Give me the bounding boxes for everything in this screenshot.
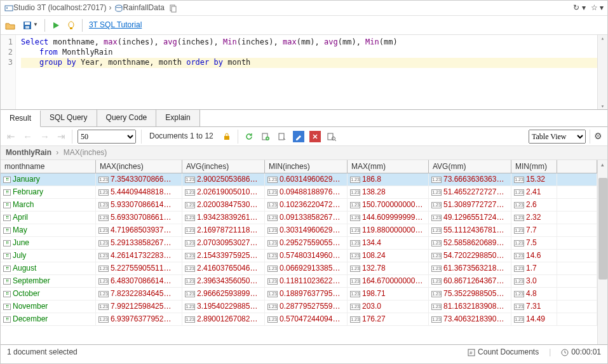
update-document-icon[interactable] (293, 131, 304, 142)
breadcrumb: Studio 3T (localhost:27017) › RainfallDa… (1, 1, 607, 16)
table-row[interactable]: ⠿September 1.236.48307086614… 1.232.3963… (1, 275, 597, 288)
table-row[interactable]: ⠿December 1.236.93976377952… 1.232.89001… (1, 313, 597, 326)
table-row[interactable]: ⠿October 1.237.82322834645… 1.232.966625… (1, 288, 597, 300)
sql-tutorial-link[interactable]: 3T SQL Tutorial (89, 20, 142, 30)
table-row[interactable]: ⠿July 1.234.26141732283… 1.232.154339759… (1, 250, 597, 262)
database-icon (114, 4, 123, 13)
table-row[interactable]: ⠿March 1.235.93307086614… 1.232.02003847… (1, 199, 597, 212)
svg-point-9 (69, 22, 74, 28)
table-row[interactable]: ⠿April 1.235.69330708661… 1.231.93423839… (1, 212, 597, 224)
col-MAX(mm)[interactable]: MAX(mm) (348, 160, 429, 173)
tab-explain[interactable]: Explain (156, 110, 199, 126)
server-icon (4, 4, 13, 13)
result-collection[interactable]: MonthlyRain (6, 148, 51, 158)
refresh-icon[interactable] (243, 131, 255, 142)
svg-rect-10 (70, 27, 72, 29)
svg-rect-5 (172, 6, 176, 12)
prev-page-icon[interactable]: ← (22, 130, 34, 143)
tab-result[interactable]: Result (1, 111, 41, 127)
count-documents-button[interactable]: # Count Documents (468, 347, 539, 358)
next-page-icon[interactable]: → (39, 130, 51, 143)
editor-scrollbar[interactable]: ▴▾ (597, 35, 607, 109)
svg-point-16 (332, 137, 335, 140)
selection-status: 1 document selected (7, 347, 78, 358)
table-row[interactable]: ⠿November 1.237.99212598425… 1.233.19540… (1, 300, 597, 313)
tab-query-code[interactable]: Query Code (97, 110, 157, 126)
history-dropdown-icon[interactable]: ↻ ▾ (573, 3, 585, 13)
grid-body: ⠿January 1.237.35433070866… 1.232.900250… (1, 173, 597, 326)
view-document-icon[interactable] (276, 131, 288, 142)
col-monthname[interactable]: monthname (1, 160, 96, 173)
results-toolbar: ⇤ ← → ⇥ 50 Documents 1 to 12 Table View … (1, 127, 607, 146)
breadcrumb-server[interactable]: Studio 3T (localhost:27017) (13, 3, 107, 13)
col-AVG(mm)[interactable]: AVG(mm) (429, 160, 511, 173)
svg-rect-0 (5, 6, 13, 11)
table-row[interactable]: ⠿February 1.235.44409448818… 1.232.02619… (1, 186, 597, 199)
find-icon[interactable] (326, 131, 337, 142)
lock-icon[interactable] (221, 131, 233, 142)
breadcrumb-db[interactable]: RainfallData (123, 3, 165, 13)
documents-range: Documents 1 to 12 (147, 131, 216, 142)
chevron-right-icon: › (107, 3, 114, 13)
table-row[interactable]: ⠿May 1.234.71968503937… 1.232.1697872111… (1, 224, 597, 237)
status-bar: 1 document selected # Count Documents | … (1, 344, 607, 360)
col-MIN(inches)[interactable]: MIN(inches) (265, 160, 348, 173)
run-icon[interactable] (51, 21, 60, 30)
svg-point-3 (116, 5, 122, 8)
sql-code[interactable]: Select monthname, max(inches), avg(inche… (16, 35, 607, 109)
last-page-icon[interactable]: ⇥ (56, 130, 67, 143)
svg-rect-14 (279, 133, 284, 140)
query-time: 00:00:01 (561, 347, 601, 358)
svg-rect-8 (25, 26, 29, 29)
save-dropdown-icon[interactable]: ▼ (22, 20, 38, 30)
results-grid: monthnameMAX(inches)AVG(inches)MIN(inche… (1, 160, 607, 344)
query-toolbar: ▼ 3T SQL Tutorial (1, 16, 607, 35)
tab-sql-query[interactable]: SQL Query (41, 110, 97, 126)
svg-rect-7 (25, 22, 30, 25)
grid-scrollbar[interactable]: ▴ (597, 160, 607, 344)
view-mode-select[interactable]: Table View (529, 130, 586, 144)
line-gutter: 123 (1, 35, 16, 109)
svg-text:#: # (470, 350, 473, 356)
table-row[interactable]: ⠿January 1.237.35433070866… 1.232.900250… (1, 173, 597, 186)
svg-rect-2 (6, 8, 8, 9)
table-row[interactable]: ⠿June 1.235.29133858267… 1.232.070309530… (1, 237, 597, 250)
grid-header[interactable]: monthnameMAX(inches)AVG(inches)MIN(inche… (1, 160, 597, 173)
page-size-select[interactable]: 50 (78, 130, 136, 144)
copy-icon[interactable] (168, 4, 177, 13)
table-row[interactable]: ⠿August 1.235.22755905511… 1.232.4160376… (1, 262, 597, 275)
col-MIN(mm)[interactable]: MIN(mm) (511, 160, 557, 173)
favorite-dropdown-icon[interactable]: ☆ ▾ (591, 3, 604, 13)
hint-icon[interactable] (67, 21, 76, 30)
first-page-icon[interactable]: ⇤ (6, 130, 17, 143)
svg-rect-11 (224, 136, 229, 140)
settings-icon[interactable]: ⚙ (594, 130, 602, 142)
add-document-icon[interactable] (260, 131, 271, 142)
result-tabs: ResultSQL QueryQuery CodeExplain (1, 110, 607, 127)
result-path: MonthlyRain › MAX(inches) (1, 146, 607, 160)
open-folder-icon[interactable] (4, 20, 16, 31)
result-field[interactable]: MAX(inches) (64, 148, 107, 158)
col-MAX(inches)[interactable]: MAX(inches) (96, 160, 182, 173)
col-AVG(inches)[interactable]: AVG(inches) (182, 160, 265, 173)
svg-rect-1 (6, 7, 8, 8)
sql-editor[interactable]: 123 Select monthname, max(inches), avg(i… (1, 35, 607, 110)
delete-document-icon[interactable] (309, 131, 321, 142)
